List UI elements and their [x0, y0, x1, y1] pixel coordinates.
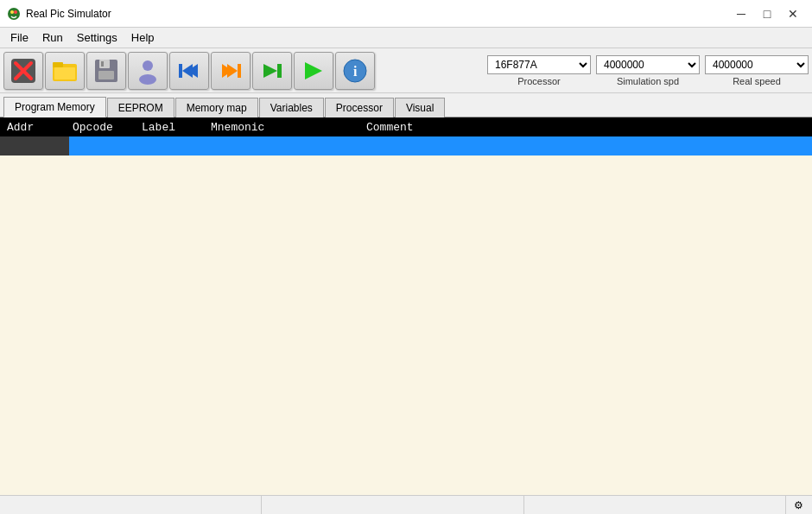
simulation-spd-select[interactable]: 4000000 1000000 8000000 [596, 55, 700, 74]
simulation-spd-label: Simulation spd [617, 76, 679, 86]
status-bar: ⚙ [0, 495, 812, 514]
svg-rect-12 [101, 61, 104, 67]
status-panel-2 [262, 496, 523, 514]
tab-memory-map[interactable]: Memory map [175, 98, 258, 117]
processor-label: Processor [517, 76, 561, 86]
svg-point-13 [143, 60, 153, 71]
gear-icon: ⚙ [794, 499, 803, 511]
real-speed-dropdown-group: 4000000 1000000 8000000 Real speed [705, 55, 809, 86]
col-header-mnemonic: Mnemonic [207, 121, 363, 134]
real-speed-label: Real speed [733, 76, 781, 86]
title-bar: Real Pic Simulator ─ □ ✕ [0, 0, 812, 28]
menu-run[interactable]: Run [35, 29, 70, 46]
toolbar-step-button[interactable] [252, 52, 292, 90]
toolbar-save-button[interactable] [86, 52, 126, 90]
toolbar-fastforward-button[interactable] [211, 52, 251, 90]
tab-processor[interactable]: Processor [325, 98, 394, 117]
svg-rect-22 [277, 64, 282, 78]
table-header: Addr Opcode Label Mnemonic Comment [0, 117, 812, 136]
menu-settings[interactable]: Settings [70, 29, 124, 46]
svg-marker-21 [263, 64, 277, 78]
svg-marker-20 [227, 64, 238, 78]
svg-rect-8 [54, 67, 75, 79]
tabs-bar: Program Memory EEPROM Memory map Variabl… [0, 93, 812, 117]
col-header-addr: Addr [0, 121, 69, 134]
col-header-label: Label [138, 121, 207, 134]
table-row-selected[interactable] [0, 136, 812, 155]
svg-marker-23 [305, 62, 322, 79]
real-speed-select[interactable]: 4000000 1000000 8000000 [705, 55, 809, 74]
col-header-comment: Comment [363, 121, 812, 134]
status-panel-3 [524, 496, 786, 514]
menu-bar: File Run Settings Help [0, 28, 812, 48]
svg-rect-7 [53, 62, 63, 67]
tab-visual[interactable]: Visual [395, 98, 445, 117]
menu-file[interactable]: File [3, 29, 35, 46]
toolbar: i 16F877A 16F84A 16F628A 18F4520 Process… [0, 48, 812, 93]
status-panel-gear: ⚙ [786, 496, 812, 514]
toolbar-pause-button[interactable]: i [335, 52, 375, 90]
svg-rect-15 [179, 64, 182, 78]
svg-point-2 [14, 10, 17, 14]
close-button[interactable]: ✕ [781, 3, 805, 24]
processor-select[interactable]: 16F877A 16F84A 16F628A 18F4520 [487, 55, 591, 74]
toolbar-rewind-button[interactable] [169, 52, 209, 90]
simulation-spd-dropdown-group: 4000000 1000000 8000000 Simulation spd [596, 55, 700, 86]
app-icon [7, 7, 21, 21]
svg-rect-11 [98, 71, 114, 79]
toolbar-info-button[interactable] [128, 52, 168, 90]
toolbar-run-button[interactable] [294, 52, 333, 90]
app-title: Real Pic Simulator [26, 8, 729, 20]
toolbar-open-button[interactable] [45, 52, 85, 90]
window-controls: ─ □ ✕ [729, 3, 805, 24]
svg-rect-10 [99, 60, 110, 68]
maximize-button[interactable]: □ [755, 3, 779, 24]
toolbar-close-button[interactable] [3, 52, 43, 90]
col-header-opcode: Opcode [69, 121, 138, 134]
svg-text:i: i [353, 64, 358, 79]
tab-variables[interactable]: Variables [259, 98, 324, 117]
svg-point-14 [139, 74, 156, 85]
svg-rect-18 [238, 64, 241, 78]
processor-dropdown-group: 16F877A 16F84A 16F628A 18F4520 Processor [487, 55, 591, 86]
status-panel-1 [0, 496, 262, 514]
selected-row-content [69, 136, 812, 155]
tab-eeprom[interactable]: EEPROM [107, 98, 174, 117]
minimize-button[interactable]: ─ [729, 3, 753, 24]
table-content[interactable] [0, 155, 812, 495]
selected-row-addr [0, 136, 69, 155]
tab-program-memory[interactable]: Program Memory [3, 97, 106, 117]
menu-help[interactable]: Help [124, 29, 162, 46]
toolbar-dropdowns: 16F877A 16F84A 16F628A 18F4520 Processor… [487, 55, 809, 86]
table-area: Addr Opcode Label Mnemonic Comment [0, 117, 812, 495]
svg-point-1 [10, 10, 14, 14]
